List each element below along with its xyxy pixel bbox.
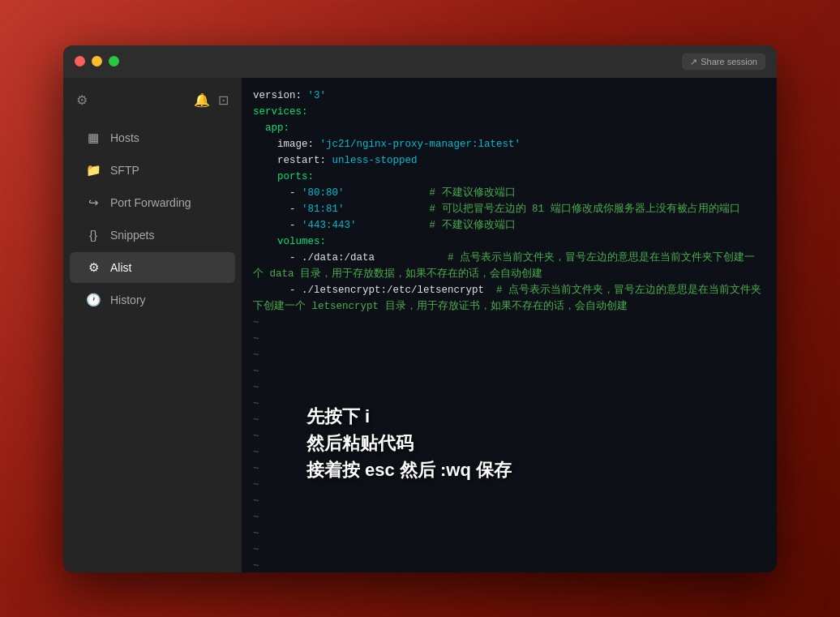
traffic-lights	[75, 56, 119, 66]
notification-icon[interactable]: 🔔	[194, 92, 210, 108]
terminal-line-6: ports:	[253, 169, 765, 185]
history-label: History	[110, 294, 146, 306]
minimize-button[interactable]	[92, 56, 102, 66]
port-forwarding-icon: ↪	[86, 195, 101, 210]
maximize-button[interactable]	[109, 56, 119, 66]
terminal-line-9: - '443:443' # 不建议修改端口	[253, 217, 765, 234]
sidebar-item-snippets[interactable]: {} Snippets	[70, 220, 235, 251]
snippets-label: Snippets	[110, 229, 154, 242]
sidebar-nav: ▦ Hosts 📁 SFTP ↪ Port Forwarding {} Snip…	[63, 121, 242, 572]
sidebar-item-hosts[interactable]: ▦ Hosts	[70, 122, 235, 153]
close-button[interactable]	[75, 56, 85, 66]
tilde-1: ~	[253, 315, 765, 331]
tilde-4: ~	[253, 363, 765, 379]
tilde-12: ~	[253, 493, 765, 509]
terminal-line-4: image: 'jc21/nginx-proxy-manager:latest'	[253, 136, 765, 152]
sidebar-right-icons: 🔔 ⊡	[194, 92, 229, 108]
port-forwarding-label: Port Forwarding	[110, 196, 191, 209]
terminal-panel[interactable]: version: '3' services: app: image: 'jc21…	[242, 78, 777, 572]
share-session-button[interactable]: ↗ Share session	[682, 53, 765, 70]
history-icon: 🕐	[86, 293, 101, 307]
sidebar-top-icons: ⚙ 🔔 ⊡	[63, 86, 242, 121]
alist-label: Alist	[110, 261, 131, 274]
sidebar-item-sftp[interactable]: 📁 SFTP	[70, 155, 235, 186]
tilde-2: ~	[253, 331, 765, 347]
sidebar-item-port-forwarding[interactable]: ↪ Port Forwarding	[70, 187, 235, 218]
sidebar-item-alist[interactable]: ⚙ Alist	[70, 252, 235, 283]
hosts-label: Hosts	[110, 131, 139, 144]
share-icon: ↗	[690, 56, 697, 66]
sftp-icon: 📁	[86, 163, 101, 178]
sidebar: ⚙ 🔔 ⊡ ▦ Hosts 📁 SFTP ↪ Port Forwarding	[63, 78, 242, 572]
overlay-instruction: 先按下 i 然后粘贴代码 接着按 esc 然后 :wq 保存	[306, 403, 512, 483]
terminal-line-10: volumes:	[253, 234, 765, 250]
sidebar-item-history[interactable]: 🕐 History	[70, 285, 235, 315]
hosts-icon: ▦	[86, 131, 101, 145]
tilde-15: ~	[253, 542, 765, 558]
sftp-label: SFTP	[110, 164, 139, 177]
tilde-3: ~	[253, 347, 765, 363]
tilde-5: ~	[253, 379, 765, 396]
snippets-icon: {}	[86, 228, 101, 242]
terminal-line-11: - ./data:/data # 点号表示当前文件夹，冒号左边的意思是在当前文件…	[253, 250, 765, 282]
terminal-line-3: app:	[253, 120, 765, 136]
terminal-icon[interactable]: ⊡	[218, 92, 229, 108]
terminal-line-8: - '81:81' # 可以把冒号左边的 81 端口修改成你服务器上没有被占用的…	[253, 201, 765, 217]
tilde-13: ~	[253, 509, 765, 525]
content-area: ⚙ 🔔 ⊡ ▦ Hosts 📁 SFTP ↪ Port Forwarding	[63, 78, 777, 572]
terminal-line-5: restart: unless-stopped	[253, 152, 765, 169]
titlebar: ↗ Share session	[63, 45, 777, 78]
main-window: ↗ Share session ⚙ 🔔 ⊡ ▦ Hosts 📁 S	[63, 45, 777, 572]
tilde-14: ~	[253, 525, 765, 542]
titlebar-actions: ↗ Share session	[682, 53, 765, 70]
terminal-line-1: version: '3'	[253, 88, 765, 104]
settings-icon[interactable]: ⚙	[76, 92, 88, 108]
terminal-line-12: - ./letsencrypt:/etc/letsencrypt # 点号表示当…	[253, 282, 765, 315]
tilde-16: ~	[253, 558, 765, 572]
alist-icon: ⚙	[86, 260, 101, 275]
share-label: Share session	[701, 57, 757, 66]
terminal-line-2: services:	[253, 104, 765, 120]
terminal-line-7: - '80:80' # 不建议修改端口	[253, 185, 765, 201]
